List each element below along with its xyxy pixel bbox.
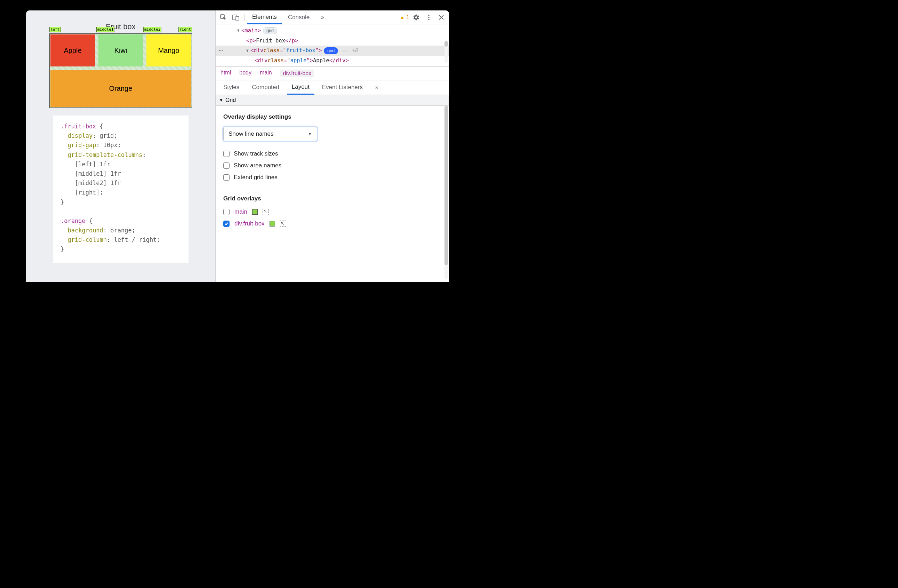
checkbox-overlay-main[interactable] (223, 209, 229, 215)
warning-count: 1 (406, 14, 409, 20)
layout-section-header-grid[interactable]: ▼ Grid (215, 95, 449, 106)
checkbox-label: Show track sizes (234, 150, 278, 157)
grid-badge[interactable]: grid (263, 27, 277, 34)
disclosure-triangle-icon[interactable]: ▼ (237, 27, 241, 34)
tab-elements[interactable]: Elements (247, 11, 282, 25)
checkbox-show-area-names[interactable] (223, 163, 229, 169)
inspect-element-icon[interactable] (218, 12, 229, 23)
grid-line-name-middle1: middle1 (96, 27, 114, 32)
breadcrumb-html[interactable]: html (220, 69, 231, 77)
overlay-label-fruit-box[interactable]: div.fruit-box (234, 220, 264, 227)
browser-devtools-window: Fruit box left middle1 middle2 right App… (26, 11, 449, 282)
device-toolbar-icon[interactable] (230, 12, 241, 23)
checkbox-show-area-names-row[interactable]: Show area names (223, 162, 441, 169)
cell-orange[interactable]: Orange (51, 70, 191, 107)
panel-tabs-overflow-icon[interactable]: » (371, 80, 383, 95)
panel-tab-event-listeners[interactable]: Event Listeners (317, 80, 368, 95)
dom-p-element[interactable]: <p>Fruit box</p> (215, 36, 449, 46)
layout-panel-body: Overlay display settings Show line names… (215, 106, 449, 282)
panel-tab-layout[interactable]: Layout (287, 80, 314, 95)
sidebar-panel-tabs: Styles Computed Layout Event Listeners » (215, 80, 449, 95)
svg-point-3 (428, 15, 429, 16)
devtools-panel: Elements Console » ▲ 1 ▼ <main> gri (215, 11, 449, 282)
dom-row-actions-icon[interactable]: ⋯ (219, 44, 223, 57)
select-value: Show line names (229, 131, 274, 137)
grid-overlay-fruit-box-row[interactable]: div.fruit-box (223, 220, 441, 227)
settings-gear-icon[interactable] (411, 12, 422, 23)
color-swatch[interactable] (252, 209, 258, 215)
toolbar-separator (244, 14, 244, 21)
grid-overlays-title: Grid overlays (223, 195, 441, 202)
breadcrumb-fruit-box[interactable]: div.fruit-box (280, 69, 314, 77)
layout-section-title: Grid (225, 97, 236, 103)
dom-main-open[interactable]: ▼ <main> grid (215, 26, 449, 36)
chevron-down-icon: ▼ (308, 131, 312, 136)
grid-overlay-wrapper: left middle1 middle2 right Apple Kiwi Ma… (49, 34, 192, 108)
overlay-display-settings-title: Overlay display settings (223, 114, 441, 120)
panel-tab-computed[interactable]: Computed (247, 80, 284, 95)
dom-tree[interactable]: ▼ <main> grid <p>Fruit box</p> ⋯ ▼ <div … (215, 25, 449, 67)
checkbox-extend-grid-lines-row[interactable]: Extend grid lines (223, 174, 441, 181)
grid-line-name-right: right (178, 27, 192, 32)
svg-point-4 (428, 17, 429, 18)
breadcrumb-main[interactable]: main (260, 69, 272, 77)
css-code-block: .fruit-box { display: grid; grid-gap: 10… (53, 115, 189, 263)
grid-overlay-main-row[interactable]: main (223, 208, 441, 215)
svg-point-5 (428, 19, 429, 20)
checkbox-show-track-sizes[interactable] (223, 151, 229, 157)
grid-badge-selected[interactable]: grid (324, 47, 338, 54)
dom-apple-element[interactable]: <div class="apple">Apple</div> (215, 56, 449, 66)
line-names-select[interactable]: Show line names ▼ (223, 127, 317, 141)
cell-kiwi[interactable]: Kiwi (98, 34, 143, 66)
warnings-badge[interactable]: ▲ 1 (399, 14, 409, 20)
scrollbar[interactable] (444, 106, 448, 279)
overlay-label-main[interactable]: main (234, 208, 247, 215)
breadcrumb-body[interactable]: body (239, 69, 251, 77)
checkbox-label: Extend grid lines (234, 174, 278, 181)
checkbox-label: Show area names (234, 162, 281, 169)
cell-mango[interactable]: Mango (146, 34, 191, 66)
checkbox-overlay-fruit-box[interactable] (223, 220, 229, 227)
fruit-box-grid[interactable]: Apple Kiwi Mango Orange (49, 34, 192, 108)
scrollbar[interactable] (444, 41, 448, 63)
dom-fruit-box-element[interactable]: ⋯ ▼ <div class="fruit-box"> grid == $0 (215, 46, 449, 56)
panel-tab-styles[interactable]: Styles (218, 80, 244, 95)
disclosure-triangle-icon[interactable]: ▼ (219, 98, 223, 103)
checkbox-extend-grid-lines[interactable] (223, 174, 229, 180)
color-swatch[interactable] (269, 221, 275, 226)
tab-console[interactable]: Console (283, 11, 314, 25)
divider (215, 188, 449, 188)
warning-icon: ▲ (399, 14, 405, 20)
grid-line-name-left: left (49, 27, 61, 32)
checkbox-show-track-sizes-row[interactable]: Show track sizes (223, 150, 441, 157)
close-devtools-icon[interactable] (436, 12, 447, 23)
scroll-into-view-icon[interactable] (263, 209, 269, 215)
cell-apple[interactable]: Apple (51, 34, 95, 66)
scroll-into-view-icon[interactable] (280, 220, 286, 227)
devtools-toolbar: Elements Console » ▲ 1 (215, 11, 449, 25)
breadcrumb: html body main div.fruit-box (215, 67, 449, 80)
grid-line-name-middle2: middle2 (143, 27, 161, 32)
tabs-overflow-icon[interactable]: » (316, 11, 329, 25)
dollar-zero-ref: == $0 (341, 46, 358, 56)
svg-rect-2 (236, 16, 239, 20)
disclosure-triangle-icon[interactable]: ▼ (246, 47, 250, 54)
page-viewport: Fruit box left middle1 middle2 right App… (26, 11, 215, 282)
kebab-menu-icon[interactable] (423, 12, 434, 23)
